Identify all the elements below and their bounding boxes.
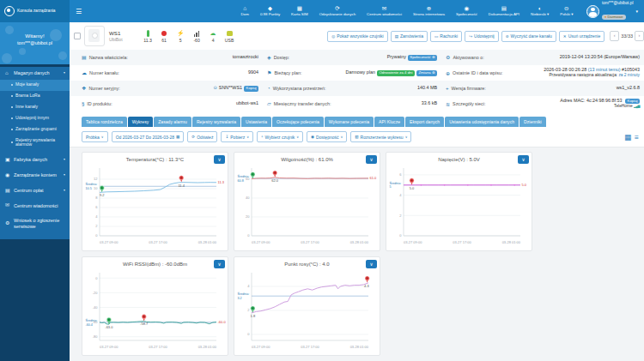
- sidebar-item-inne-kana-y[interactable]: Inne kanały: [0, 102, 70, 113]
- bullet-icon: [11, 95, 13, 97]
- od-2026-03-27-do-2026-03-28-button[interactable]: Od 2026-03-27 Do 2026-03-28▦: [112, 131, 185, 142]
- od-wie-button[interactable]: ⟳Odśwież: [187, 131, 217, 142]
- sensor-value: -60: [189, 38, 205, 43]
- filters: Próbka∨Od 2026-03-27 Do 2026-03-28▦⟳Odśw…: [82, 131, 411, 142]
- chart-title: WiFi RSSI(dBm) : -60.0dBm: [82, 262, 228, 267]
- temperature-icon: [140, 29, 156, 37]
- svg-text:9.2: 9.2: [99, 193, 104, 197]
- value-link[interactable]: za 2 minuty: [618, 73, 640, 77]
- tab-oczekuj-ce-polecenia[interactable]: Oczekujące polecenia: [272, 117, 324, 127]
- navbar-item-api-docs[interactable]: ▤Dokumentacja API: [483, 5, 525, 16]
- tab-api-klucze[interactable]: API Klucze: [374, 117, 404, 127]
- navbar-item-website[interactable]: ⊕Strona internetowa: [408, 5, 451, 16]
- label-text: Bieżący plan:: [274, 70, 301, 75]
- rachunki-button[interactable]: ▭Rachunki: [430, 31, 462, 42]
- chart-plot: 6040200Średnia:60.803-27 09:0003-27 17:0…: [237, 164, 378, 246]
- view-toggles: ▦≡: [624, 133, 639, 141]
- sidebar-item-moje-kana-y[interactable]: Moje kanały: [0, 80, 70, 91]
- navbar-item-language[interactable]: ⊙Polski ▾: [555, 5, 579, 16]
- usu-urz-dzenie-button[interactable]: ✕Usuń urządzenie: [559, 31, 605, 42]
- id-card-icon: ▤: [82, 54, 87, 60]
- eye-icon[interactable]: ⊙: [214, 85, 217, 90]
- value-line: ⊙SNN**WS1Kopiuj: [214, 85, 258, 90]
- label-text: Dostęp:: [274, 55, 290, 60]
- chart-plot: 0-20-40-60-80Średnia:-60.403-27 09:0003-…: [85, 268, 226, 351]
- chart-options-button[interactable]: ∨: [366, 155, 377, 164]
- list-view-button[interactable]: ≡: [635, 133, 639, 141]
- zmiana-badge[interactable]: Zmiana ⊕: [416, 70, 437, 76]
- button-label: Próbka: [86, 135, 100, 140]
- navbar-item-points[interactable]: ◆0.98 Punkty: [254, 5, 285, 16]
- info-value: 33.6 kB: [422, 100, 437, 106]
- sidebar-item-label: Rejestry wyzwalania alarmów: [15, 138, 67, 148]
- pr-bka-button[interactable]: Próbka∨: [82, 131, 108, 142]
- button-label: Pokaż wszystkie czujniki: [337, 33, 383, 39]
- sidebar-item-udost-pnij-innym[interactable]: Udostępnij innym: [0, 112, 70, 123]
- sidebar-section-centrum-wiadomo-ci[interactable]: ✉Centrum wiadomości: [0, 199, 70, 212]
- sidebar-item-zarz-dzanie-grupami[interactable]: Zarządzanie grupami: [0, 123, 70, 135]
- value-text: #105043: [621, 67, 640, 72]
- spo-eczno-badge[interactable]: Społeczność ⊕: [408, 55, 437, 61]
- udost-pnij-button[interactable]: ↪Udostępnij: [465, 31, 499, 42]
- svg-text:1.8: 1.8: [250, 314, 255, 318]
- value-link[interactable]: (13 minut temu): [588, 67, 621, 72]
- info-value: ubibot-ws1: [236, 100, 258, 106]
- navbar-item-messages[interactable]: ✉Centrum wiadomości: [361, 5, 408, 16]
- sidebar-section-wniosek-o-zg-oszenie-serwisowe[interactable]: ⚙Wniosek o zgłoszenie serwisowe: [0, 214, 70, 232]
- prev-device-button[interactable]: ‹: [610, 31, 619, 41]
- tab-zasady-alarmu[interactable]: Zasady alarmu: [154, 117, 191, 127]
- grid-view-button[interactable]: ▦: [624, 133, 631, 141]
- tab-ustawienia-udost-pniania-danych[interactable]: Ustawienia udostępniania danych: [445, 117, 519, 127]
- next-device-button[interactable]: ›: [635, 31, 644, 41]
- chart-options-button[interactable]: ∨: [366, 260, 377, 268]
- navbar-item-sim[interactable]: ▦Karta SIM: [286, 5, 314, 16]
- tab-ustawienia[interactable]: Ustawienia: [241, 117, 271, 127]
- sidebar-toggle-icon[interactable]: ☰: [76, 8, 82, 15]
- svg-text:12: 12: [94, 177, 98, 181]
- sidebar-item-label: Inne kanały: [15, 105, 38, 110]
- wyczy-dane-kana-u-button[interactable]: ⊘Wyczyść dane kanału: [501, 31, 556, 42]
- value-text: 140.4 MB: [417, 85, 437, 90]
- info-cell-bie-cy-plan: ⚑Bieżący plan:Darmowy planOdnowienie za …: [267, 69, 446, 75]
- sidebar-item-brama-lora[interactable]: Brama LoRa: [0, 91, 70, 102]
- sidebar-section-magazyn-danych[interactable]: ⌂Magazyn danych▾: [0, 67, 70, 80]
- svg-text:Średnia:: Średnia:: [389, 181, 401, 185]
- value-line: 2026-03-28 00:26:28 (13 minut temu) #105…: [544, 67, 640, 72]
- chart-options-button[interactable]: ∨: [214, 155, 225, 164]
- zam-wienia-button[interactable]: ▤Zamówienia: [391, 31, 428, 42]
- sidebar-section-zarz-dzanie-kontem[interactable]: ◉Zarządzanie kontem▾: [0, 169, 70, 182]
- lock-icon: ◈: [267, 54, 271, 60]
- rozszerzenie-wykresu-button[interactable]: ▧Rozszerzenie wykresu∨: [350, 131, 411, 142]
- device-checkbox[interactable]: [74, 33, 81, 39]
- sidebar-section-centrum-op-at[interactable]: ▤Centrum opłat▾: [0, 184, 70, 197]
- brand-name: Konsola zarządzania: [17, 9, 56, 13]
- tab-eksport-danych[interactable]: Eksport danych: [405, 117, 444, 127]
- user-menu[interactable]: tom***@ubibot.pl ● Darmowe ▾: [579, 1, 644, 21]
- tab-dzienniki[interactable]: Dzienniki: [519, 117, 546, 127]
- info-label: ◈Dostęp:: [267, 54, 289, 60]
- chevron-down-icon: ∨: [405, 135, 408, 139]
- sidebar-item-rejestry-wyzwalania-alarm-w[interactable]: Rejestry wyzwalania alarmów: [0, 135, 70, 151]
- sidebar-section-label: Centrum wiadomości: [14, 203, 58, 208]
- sidebar-section-fabryka-danych[interactable]: ▣Fabryka danych▾: [0, 153, 70, 166]
- top-navbar: Konsola zarządzania ☰ ⌂Dom◆0.98 Punkty▦K…: [0, 0, 644, 22]
- navbar-item-community[interactable]: ◉Społeczność: [450, 5, 483, 16]
- kopiuj-badge[interactable]: Kopiuj: [625, 99, 640, 105]
- navbar-item-theme[interactable]: ◐Niebieski ▾: [525, 5, 554, 16]
- tab-wykonane-polecenia[interactable]: Wykonane polecenia: [325, 117, 374, 127]
- kopiuj-badge[interactable]: Kopiuj: [244, 86, 258, 92]
- tab-rejestry-wyzwalania[interactable]: Rejestry wyzwalania: [192, 117, 240, 127]
- poka-wszystkie-czujniki-button[interactable]: ◎Pokaż wszystkie czujniki: [327, 31, 387, 42]
- navbar-item-home[interactable]: ⌂Dom: [235, 5, 254, 16]
- wybierz-czujnik-button[interactable]: ⌖Wybierz czujnik∨: [257, 131, 303, 142]
- chart-options-button[interactable]: ∨: [518, 155, 529, 164]
- device-actions: ◎Pokaż wszystkie czujniki▤Zamówienia▭Rac…: [327, 31, 608, 42]
- tab-tablica-rozdzielcza[interactable]: Tablica rozdzielcza: [82, 117, 127, 127]
- chart-options-button[interactable]: ∨: [214, 260, 225, 268]
- tab-wykresy[interactable]: Wykresy: [128, 117, 153, 127]
- pobierz-button[interactable]: ↧Pobierz∨: [221, 131, 253, 142]
- label-text: Miesięczny transfer danych:: [274, 101, 331, 106]
- dost-pno-button[interactable]: ◉Dostępność∨: [307, 131, 347, 142]
- navbar-item-recovery[interactable]: ⟳Odzyskiwanie danych: [313, 5, 361, 16]
- odnowienie-za-4-dni-badge[interactable]: Odnowienie za 4 dni: [377, 70, 415, 76]
